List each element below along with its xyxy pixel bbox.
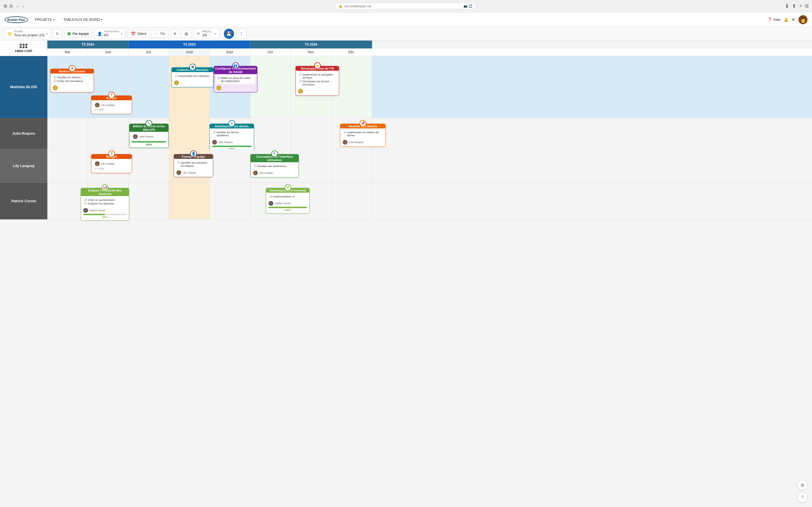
patrick-name: Patrick Ceroni [11,199,36,203]
avatar-m-devui: M [298,89,303,94]
patrick-evaluer-name: Patrick Ceroni [89,209,105,212]
card-ateliers[interactable]: ✕ Ateliers mensuels Planifier les thèmes… [50,69,94,93]
share-btn[interactable]: ⬆ [792,3,796,9]
col-sept-p [210,183,250,219]
download-btn[interactable]: ⬇ [785,3,789,9]
view-grid-btn[interactable]: ⊞ [182,30,191,38]
card-devui-assignee: M [298,89,337,94]
avatar-lily-former: L [176,170,181,175]
settings-fixed-btn[interactable]: ⚙ [797,480,808,490]
nav-projets[interactable]: PROJETS [33,16,57,23]
fixed-buttons: ⚙ ? [797,480,808,503]
refresh-btn[interactable]: ↻ [53,29,62,38]
progress-bar-definir [132,141,166,143]
intervenants-selector[interactable]: 👤 Intervenants 4/5 ▾ [94,29,125,39]
check-inviter: Inviter des formateurs [54,79,90,82]
quarter-t4: T4 2024 [250,41,372,48]
todo-budget-l: ≡ À faire [94,167,130,171]
col-aout-p [169,183,210,219]
gantt-area: ✕ Ateliers mensuels Planifier les thèmes… [47,56,812,219]
progress-auto [212,146,252,147]
card-budget-lily[interactable]: ? Budget L Lily Langray ≡ À faire [91,154,132,173]
card-ateliers-assignee: M [53,86,91,91]
fin-label: Fin [160,32,165,36]
month-dec: Déc. [332,48,372,56]
card-budget-m-icon: ? [108,92,115,99]
progress-label-evaluer: 50% [83,216,126,219]
card-automatiser[interactable]: ≡ Automatiser les tâches dentifier les t… [209,124,254,152]
julia-name: Julia Roques [12,131,35,135]
check-rassembler: Rassembler les métriques [175,74,210,77]
card-evaluer-icon: 📢 [101,184,108,191]
notifications-btn[interactable]: 🔔 [784,17,788,22]
address-bar[interactable]: 🔒 next.bubbleplan.net 📷 🔄 [335,3,476,9]
view-list-btn[interactable]: ≡ [170,30,179,38]
card-configurer-icon: 👥 [232,62,239,69]
col-nov-j [291,118,332,149]
window-btn[interactable]: ▾ [9,4,13,8]
export-icon: ⤴ [240,32,242,36]
card-devfrontend[interactable]: 🌱 Développement frontend Implémentation … [266,188,310,214]
par-equipe-toggle[interactable]: Par équipe [64,31,92,37]
col-dec-p [332,183,372,219]
card-budget-mathilde[interactable]: ? Budget L Lily Langray ≡ À faire [91,96,132,114]
card-evaluer[interactable]: 📢 Évaluer l'efficacité des réunions Crée… [81,188,129,221]
save-btn[interactable]: 💾 [224,29,234,39]
intervenants-value: 4/5 [104,33,119,37]
sidebar-toggle-btn[interactable]: ⊞ [3,4,7,8]
eye-icon: 👁 [197,32,200,36]
user-avatar[interactable]: 👩 [799,15,808,24]
quarter-month-header: T2 2024 T3 2024 T4 2024 Mai Juin Juil. A… [47,41,812,56]
company-logo: AMMA CORP [15,44,32,53]
month-mai: Mai [47,48,88,56]
debut-selector[interactable]: 📅 Début [128,30,149,38]
export-btn[interactable]: ⤴ [236,29,246,39]
card-devui[interactable]: ⭐ Développement de l'UI Implémenter la n… [296,66,339,96]
refresh-icon: ↻ [56,32,59,36]
projects-value: Tous les projets (10) [14,33,45,37]
affichage-selector[interactable]: 👁 Afficha... 3/8 ▾ [193,29,219,39]
check-wireframes: Réaliser des wireframes [254,165,295,168]
card-configurer-body: Mettre en place les outils de collaborat… [216,75,255,84]
chart-body: Mathilde BLOIS Julia Roques Lily Langray… [0,56,812,219]
month-oct: Oct. [250,48,291,56]
projects-selector[interactable]: 📁 Projets Tous les projets (10) ▾ [4,29,51,39]
card-configurer[interactable]: 👥 Configurer l'environnement de travail … [214,66,257,93]
card-definir[interactable]: 🔧 Définir la vision et les objectifs J J… [129,124,168,148]
quarter-t2: T2 2024 [47,41,129,48]
avatar-photo: 👩 [800,16,807,23]
forward-btn[interactable]: › [21,3,26,9]
company-header: AMMA CORP [0,41,47,56]
fin-selector[interactable]: ⋯ Fin [152,30,168,38]
card-gestion[interactable]: 📌 Gestion des tâches Implémenter la créa… [340,124,386,147]
affichage-arrow: ▾ [215,32,216,35]
card-automatiser-body: dentifier les tâches répétitives [212,129,252,138]
quarter-t3: T3 2024 [129,41,250,48]
app-logo[interactable]: Bubble Plan [4,16,28,23]
card-former-body: Identifier les membres de l'équipe [176,160,211,169]
affichage-value: 3/8 [202,33,213,37]
col-aout-j [169,118,210,149]
chart-scroll[interactable]: AMMA CORP T2 2024 T3 2024 T4 2024 Mai Ju… [0,41,812,507]
gantt-row-julia: 🔧 Définir la vision et les objectifs J J… [47,118,812,149]
back-btn[interactable]: ‹ [15,3,20,9]
avatar-m-configurer: M [216,86,221,91]
tabs-btn[interactable]: ⧉ [805,3,809,9]
card-conception[interactable]: 🔧 Conception de l'interface utilisateur … [250,154,299,177]
help-btn[interactable]: ❓ Aide [767,17,780,22]
card-former[interactable]: 👤 Former l'équipe Identifier les membres… [174,154,213,177]
intervenants-label: Intervenants [104,30,119,33]
lily-budget-name: Lily Langray [101,104,115,107]
progress-bar-auto [212,146,252,147]
check-mettre: Mettre en place les outils de collaborat… [217,76,254,82]
month-juil: Juil. [129,48,169,56]
new-tab-btn[interactable]: + [799,3,802,9]
card-collecte[interactable]: 🖥 Collecte des données Rassembler les mé… [171,67,214,87]
card-gestion-icon: 📌 [359,120,366,127]
calendar-icon-debut: 📅 [131,32,136,36]
card-conception-body: Réaliser des wireframes [253,163,296,169]
settings-btn[interactable]: ⚙ [792,17,795,22]
nav-tableaux[interactable]: TABLEAUX DE BORD [61,16,105,23]
help-fixed-btn[interactable]: ? [797,492,808,503]
card-devui-icon: ⭐ [314,62,321,69]
